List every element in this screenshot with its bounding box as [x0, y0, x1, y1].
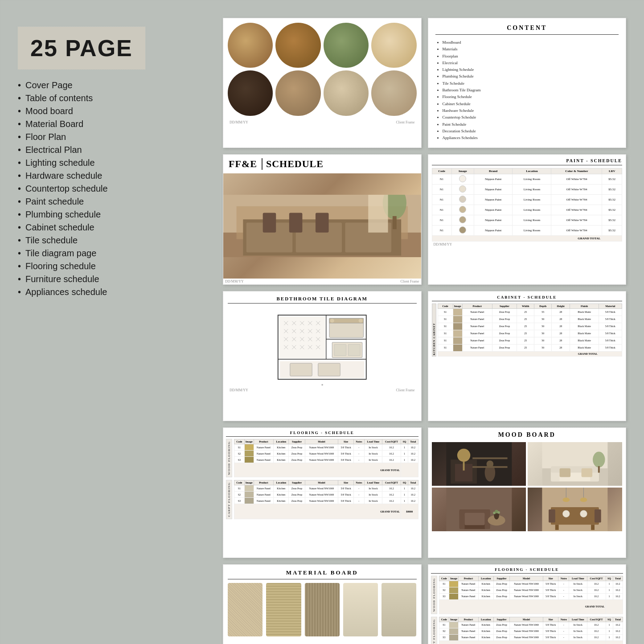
fabric-swatch-5 — [381, 583, 416, 636]
feature-list-item: Lighting schedule — [18, 158, 205, 168]
svg-rect-91 — [459, 509, 464, 529]
flooring-wood-wrap: WOOD FLOORING CodeImageProductLocationSu… — [226, 439, 418, 477]
swatch-item-2 — [266, 583, 301, 636]
fabric-swatch-1 — [228, 583, 263, 636]
svg-rect-11 — [393, 216, 397, 230]
feature-list-item: Table of contents — [18, 93, 205, 103]
paint-col-location: Location — [513, 168, 551, 174]
tile-client: Client Frame — [396, 388, 415, 392]
toc-list: MoodboardMaterialsFloorplanElectricalLig… — [435, 39, 619, 141]
svg-rect-66 — [290, 363, 312, 376]
paint-tbody: N1Nippon PaintLiving RoomOff White W784$… — [432, 174, 622, 242]
page-count-box: 25 PAGE — [18, 27, 145, 70]
flooring-wood-table: CodeImageProductLocationSupplierModelSiz… — [234, 439, 418, 477]
card-paint: PAINT - SCHEDULE Code Image Brand Locati… — [428, 154, 627, 284]
svg-point-86 — [593, 452, 605, 468]
card-ffe: FF&E SCHEDULE — [223, 154, 422, 284]
svg-rect-67 — [318, 363, 340, 376]
svg-rect-101 — [555, 525, 559, 530]
toc-item: Bathroom Tile Diagram — [443, 87, 619, 94]
right-panel: DD/MM/YY Client Frame CONTENT MoodboardM… — [223, 18, 626, 644]
svg-rect-84 — [560, 468, 571, 477]
paint-date: DD/MM/YY — [434, 242, 452, 246]
floor-plan-svg: ⊕ — [228, 307, 417, 387]
svg-rect-77 — [472, 466, 507, 468]
swatch-item-5 — [381, 583, 416, 636]
svg-text:⊕: ⊕ — [321, 383, 323, 386]
swatch-6 — [275, 70, 320, 115]
svg-point-61 — [359, 319, 363, 323]
tile-date: DD/MM/YY — [230, 388, 248, 392]
svg-rect-64 — [348, 345, 360, 356]
ffe-client: Client Frame — [401, 279, 419, 283]
feature-list-item: Electrical Plan — [18, 145, 205, 155]
toc-item: Tile Schedule — [443, 80, 619, 87]
feature-list-item: Countertop schedule — [18, 184, 205, 194]
client-label: Client Frame — [396, 120, 415, 124]
toc-item: Lightning Schedule — [443, 66, 619, 73]
svg-rect-8 — [289, 213, 303, 233]
card-cabinet: CABINET - SCHEDULE KITCHEN CABINET CodeI… — [428, 291, 627, 421]
feature-list: Cover PageTable of contentsMood boardMat… — [18, 80, 205, 297]
swatch-4 — [371, 23, 416, 68]
cabinet-title: CABINET - SCHEDULE — [432, 295, 623, 301]
paint-title: PAINT - SCHEDULE — [432, 158, 623, 165]
ffe-title-2: SCHEDULE — [266, 158, 324, 170]
paint-col-code: Code — [432, 168, 451, 174]
swatch-5 — [228, 70, 273, 115]
ffe-date: DD/MM/YY — [225, 279, 244, 283]
svg-point-72 — [457, 449, 470, 462]
svg-rect-76 — [472, 458, 507, 459]
toc-item: Floorplan — [443, 53, 619, 60]
tile-diagram-title: BEDTHROOM TILE DIAGRAM — [228, 296, 417, 304]
paint-col-brand: Brand — [474, 168, 512, 174]
circles-grid — [228, 23, 417, 116]
material-swatches — [228, 583, 417, 636]
card-material: MATERIAL BOARD — [223, 564, 422, 644]
svg-rect-9 — [316, 213, 329, 233]
svg-point-60 — [330, 319, 334, 323]
feature-list-item: Floor Plan — [18, 132, 205, 142]
swatch-item-1 — [228, 583, 263, 636]
flooring-2-carpet-label: CARPT FLOORING — [431, 617, 437, 644]
mood-grid — [432, 442, 623, 531]
svg-rect-7 — [263, 213, 276, 233]
card-toc: CONTENT MoodboardMaterialsFloorplanElect… — [428, 18, 627, 148]
flooring-2-carpet-table: CodeImageProductLocationSupplierModelSiz… — [439, 617, 623, 644]
toc-title: CONTENT — [435, 25, 619, 35]
svg-rect-100 — [551, 507, 599, 525]
svg-point-108 — [580, 498, 587, 502]
svg-rect-59 — [329, 318, 364, 323]
fabric-swatch-4 — [343, 583, 378, 636]
feature-list-item: Tile diagram page — [18, 248, 205, 258]
left-panel: 25 PAGE Cover PageTable of contentsMood … — [18, 18, 205, 644]
toc-item: Paint Schedule — [443, 121, 619, 128]
swatch-3 — [324, 23, 369, 68]
fabric-swatch-2 — [266, 583, 301, 636]
svg-point-106 — [563, 498, 570, 502]
flooring-carpet-label: CARPT FLOORING — [226, 480, 232, 519]
tile-footer: DD/MM/YY Client Frame — [228, 387, 417, 393]
page-count: 25 PAGE — [30, 35, 133, 61]
toc-item: Flooring Schedule — [443, 94, 619, 100]
feature-list-item: Flooring schedule — [18, 261, 205, 271]
feature-list-item: Paint schedule — [18, 197, 205, 207]
swatch-8 — [371, 70, 416, 115]
feature-list-item: Furniture schedule — [18, 274, 205, 284]
svg-rect-85 — [582, 468, 593, 477]
paint-col-lrv: LRV — [602, 168, 622, 174]
feature-list-item: Tile schedule — [18, 235, 205, 246]
svg-point-110 — [580, 510, 587, 517]
svg-point-98 — [497, 511, 500, 514]
svg-rect-63 — [334, 345, 346, 356]
material-title: MATERIAL BOARD — [228, 569, 417, 579]
feature-list-item: Cover Page — [18, 80, 205, 90]
toc-item: Decoration Schedule — [443, 128, 619, 135]
toc-item: Plumbing Schedule — [443, 73, 619, 80]
ffe-footer: DD/MM/YY Client Frame — [223, 279, 421, 284]
card-flooring: FLOORING - SCHEDULE WOOD FLOORING CodeIm… — [223, 427, 422, 558]
paint-footer: DD/MM/YY — [432, 242, 623, 247]
svg-rect-73 — [463, 462, 464, 471]
date-label: DD/MM/YY — [230, 120, 248, 124]
paint-table: Code Image Brand Location Color & Number… — [432, 168, 623, 242]
